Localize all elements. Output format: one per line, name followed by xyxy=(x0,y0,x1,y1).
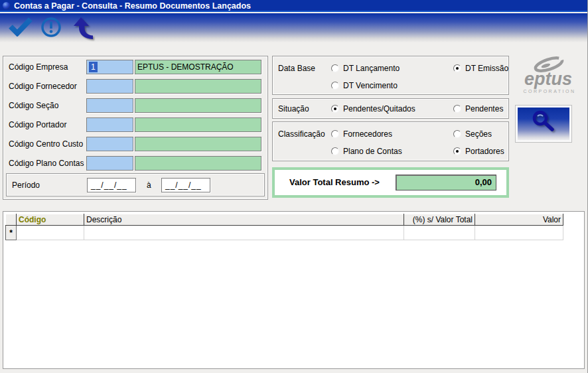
codigo-plano-contas-description xyxy=(135,156,261,171)
exclamation-circle-icon xyxy=(40,30,62,40)
codigo-portador-input[interactable] xyxy=(86,117,133,132)
radio-circle-icon xyxy=(331,105,339,113)
check-icon xyxy=(9,29,33,38)
radio-label: Pendentes/Quitados xyxy=(343,104,415,113)
confirm-button[interactable] xyxy=(9,17,33,38)
window-title: Contas a Pagar - Consulta - Resumo Docum… xyxy=(14,1,251,11)
radio-label: DT Lançamento xyxy=(343,64,400,73)
eptus-logo: eptus CORPORATION xyxy=(511,56,585,98)
radio-label: Plano de Contas xyxy=(343,147,402,156)
periodo-separator: à xyxy=(147,174,151,196)
toolbar xyxy=(0,13,588,42)
codigo-secao-input[interactable] xyxy=(86,98,133,113)
row-indicator: * xyxy=(6,226,17,240)
app-sphere-icon xyxy=(3,2,10,9)
results-grid: Código Descrição (%) s/ Valor Total Valo… xyxy=(5,214,563,240)
codigo-empresa-description: EPTUS - DEMOSTRAÇÃO xyxy=(135,60,261,74)
codigo-fornecedor-description xyxy=(135,79,261,94)
grid-header-row: Código Descrição (%) s/ Valor Total Valo… xyxy=(6,214,563,226)
group-data-base: Data Base DT Lançamento DT Vencimento DT… xyxy=(272,56,509,95)
radio-circle-icon xyxy=(331,64,339,72)
periodo-label: Período xyxy=(12,174,40,196)
field-row-codigo-secao: Código Seção xyxy=(3,98,267,113)
grid-header-indicator xyxy=(6,214,17,226)
field-row-codigo-centro-custo: Código Centro Custo xyxy=(3,137,267,151)
grid-header-percent: (%) s/ Valor Total xyxy=(404,214,475,226)
codigo-fornecedor-label: Código Fornecedor xyxy=(9,79,77,94)
search-button[interactable] xyxy=(516,106,571,142)
results-panel: Código Descrição (%) s/ Valor Total Valo… xyxy=(3,211,585,369)
svg-text:eptus: eptus xyxy=(524,69,572,89)
radio-label: Pendentes xyxy=(465,104,503,113)
brand-tagline: CORPORATION xyxy=(523,89,575,94)
cell-codigo xyxy=(17,226,84,240)
codigo-centro-custo-label: Código Centro Custo xyxy=(9,137,83,151)
title-bar: Contas a Pagar - Consulta - Resumo Docum… xyxy=(0,0,588,12)
codigo-centro-custo-input[interactable] xyxy=(86,137,133,151)
codigo-centro-custo-description xyxy=(135,137,261,151)
valor-total-label: Valor Total Resumo -> xyxy=(289,170,380,195)
filter-panel: Código Empresa 1 EPTUS - DEMOSTRAÇÃO Cód… xyxy=(3,56,268,200)
codigo-portador-description xyxy=(135,117,261,132)
exit-button[interactable] xyxy=(72,16,98,42)
codigo-secao-label: Código Seção xyxy=(9,98,58,113)
valor-total-panel: Valor Total Resumo -> 0,00 xyxy=(272,167,509,198)
radio-circle-icon xyxy=(453,105,461,113)
curved-up-arrow-icon xyxy=(72,32,98,42)
cancel-button[interactable] xyxy=(40,17,62,40)
codigo-plano-contas-input[interactable] xyxy=(86,156,133,171)
radio-circle-icon xyxy=(331,82,339,90)
codigo-secao-description xyxy=(135,98,261,113)
radio-circle-icon xyxy=(331,130,339,138)
grid-data-row[interactable]: * xyxy=(6,226,563,240)
cell-valor xyxy=(475,226,563,240)
radio-label: Fornecedores xyxy=(343,129,392,139)
field-row-codigo-plano-contas: Código Plano Contas xyxy=(3,156,267,171)
codigo-portador-label: Código Portador xyxy=(9,117,66,132)
group-classificacao: Classificação Fornecedores Plano de Cont… xyxy=(272,121,509,161)
radio-circle-icon xyxy=(453,64,461,72)
data-base-label: Data Base xyxy=(278,64,315,73)
cell-percent xyxy=(404,226,475,240)
radio-circle-icon xyxy=(331,147,339,155)
radio-label: Portadores xyxy=(465,147,504,156)
codigo-fornecedor-input[interactable] xyxy=(86,79,133,94)
radio-label: DT Vencimento xyxy=(343,81,398,90)
group-situacao: Situação Pendentes/Quitados Pendentes xyxy=(272,98,509,119)
grid-header-valor: Valor xyxy=(475,214,563,226)
grid-header-descricao: Descrição xyxy=(84,214,404,226)
periodo-to-input[interactable]: __/__/__ xyxy=(161,178,210,192)
grid-header-codigo: Código xyxy=(17,214,84,226)
classificacao-label: Classificação xyxy=(278,129,325,139)
cell-descricao xyxy=(84,226,404,240)
magnifier-icon xyxy=(529,128,558,138)
field-row-codigo-empresa: Código Empresa 1 EPTUS - DEMOSTRAÇÃO xyxy=(3,60,267,74)
field-row-codigo-portador: Código Portador xyxy=(3,117,267,132)
periodo-from-input[interactable]: __/__/__ xyxy=(87,178,136,192)
field-row-codigo-fornecedor: Código Fornecedor xyxy=(3,79,267,94)
codigo-empresa-label: Código Empresa xyxy=(9,60,68,74)
radio-circle-icon xyxy=(453,147,461,155)
periodo-panel: Período __/__/__ à __/__/__ xyxy=(6,173,265,196)
codigo-plano-contas-label: Código Plano Contas xyxy=(9,156,84,171)
codigo-empresa-input[interactable]: 1 xyxy=(86,60,133,74)
radio-label: DT Emissão xyxy=(465,64,508,73)
radio-circle-icon xyxy=(453,130,461,138)
situacao-label: Situação xyxy=(278,104,309,113)
valor-total-field: 0,00 xyxy=(396,175,496,190)
radio-label: Seções xyxy=(465,129,492,139)
selected-value: 1 xyxy=(89,62,98,72)
